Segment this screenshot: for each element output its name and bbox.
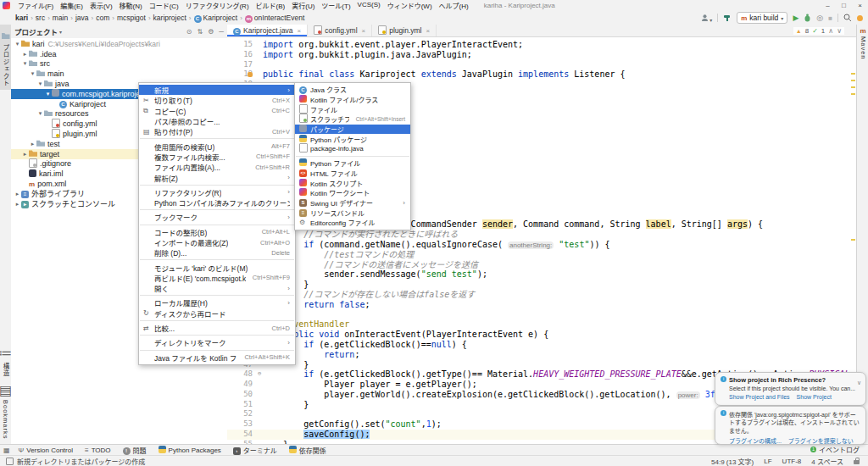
context-menu-item-比較...[interactable]: ⇄比較...Ctrl+D: [139, 323, 295, 333]
code-line[interactable]: 16import org.bukkit.plugin.java.JavaPlug…: [227, 50, 849, 60]
context-menu-item-解析(Z)[interactable]: 解析(Z)›: [139, 172, 295, 182]
tree-chevron-icon[interactable]: ▾: [29, 70, 36, 77]
build-hammer-icon[interactable]: [723, 10, 732, 25]
hide-icon[interactable]: ─: [219, 28, 224, 36]
code-line[interactable]: 47 }: [227, 360, 849, 370]
menubar-item[interactable]: 移動(N): [116, 1, 146, 10]
tree-chevron-icon[interactable]: ▾: [36, 80, 44, 87]
menubar-item[interactable]: VCS(S): [354, 1, 384, 10]
tree-chevron-icon[interactable]: ▾: [14, 41, 21, 47]
close-icon[interactable]: ×: [362, 27, 366, 35]
breadcrumb-item-main[interactable]: main: [53, 14, 68, 22]
code-line[interactable]: 36 //testコマンドの処理: [227, 250, 849, 260]
breadcrumb-item-java[interactable]: java: [75, 14, 89, 22]
tree-chevron-icon[interactable]: ▸: [14, 191, 21, 197]
coverage-icon[interactable]: ◎: [816, 14, 823, 22]
context-menu-item-複数ファイル内検索...[interactable]: 複数ファイル内検索...Ctrl+Shift+F: [139, 152, 295, 162]
new-submenu-item-Python ファイル[interactable]: Python ファイル: [295, 158, 410, 169]
new-submenu-item-パッケージ[interactable]: パッケージ: [295, 125, 410, 135]
locate-icon[interactable]: ⊙: [186, 28, 192, 36]
tree-item-main[interactable]: ▾main: [11, 69, 227, 79]
chevron-down-icon[interactable]: ∨: [857, 380, 861, 386]
new-submenu-item-Java クラス[interactable]: CJava クラス: [295, 85, 410, 95]
tab-plugin.yml[interactable]: plugin.yml×: [372, 25, 437, 36]
context-menu-item-ファイル内置換(A)...[interactable]: ファイル内置換(A)...Ctrl+Shift+R: [139, 162, 295, 172]
fold-marker-icon[interactable]: ⊖: [256, 369, 263, 380]
code-line[interactable]: 41 return false;: [227, 300, 849, 310]
new-submenu-item-package-info.java[interactable]: package-info.java: [295, 144, 410, 154]
context-menu-item-パス/参照のコピー...[interactable]: パス/参照のコピー...: [139, 116, 295, 126]
minimize-button[interactable]: –: [820, 0, 836, 11]
menubar-item[interactable]: ウィンドウ(W): [384, 1, 436, 10]
context-menu-item-リファクタリング(R)[interactable]: リファクタリング(R)›: [139, 187, 295, 197]
toolwindow-button-ターミナル[interactable]: ›ターミナル: [233, 446, 277, 455]
new-submenu-item-HTML ファイル[interactable]: <>HTML ファイル: [295, 169, 410, 179]
new-submenu-item-Kotlin ワークシート[interactable]: Kotlin ワークシート: [295, 188, 410, 198]
code-line[interactable]: 46 return;: [227, 350, 849, 360]
context-menu-item-削除 (D)...[interactable]: 削除 (D)...Delete: [139, 247, 295, 258]
code-line[interactable]: 17: [227, 60, 849, 70]
code-line[interactable]: 35 if (command.getName().equalsIgnoreCas…: [227, 240, 849, 250]
code-line[interactable]: 37 //コマンドの送信者にメッセージを送信: [227, 260, 849, 270]
tree-item-src[interactable]: ▾src: [11, 59, 227, 69]
context-menu-item-インポートの最適化(Z)[interactable]: インポートの最適化(Z)Ctrl+Alt+O: [139, 237, 295, 247]
close-icon[interactable]: ×: [298, 27, 302, 35]
code-line[interactable]: 44⊖ public void onInteractEvent(PlayerIn…: [227, 330, 849, 340]
indent-indicator[interactable]: 4 スペース: [811, 457, 843, 466]
notification-link[interactable]: プラグインを提案しない: [788, 436, 854, 445]
menubar-item[interactable]: ヘルプ(H): [436, 1, 472, 10]
toolwindow-button-依存関係[interactable]: 依存関係: [289, 446, 326, 455]
breadcrumb-item-kari[interactable]: kari: [15, 14, 28, 22]
close-icon[interactable]: ×: [426, 27, 430, 35]
update-notification-icon[interactable]: [857, 15, 863, 21]
new-submenu-item-スクラッチファイル[interactable]: スクラッチファイルCtrl+Alt+Shift+Insert: [295, 114, 410, 125]
context-menu-item-モジュール 'kari' のビルド(M)[interactable]: モジュール 'kari' のビルド(M): [139, 262, 295, 272]
encoding-indicator[interactable]: UTF-8: [782, 458, 802, 465]
code-line[interactable]: 39 }: [227, 280, 849, 290]
menubar-item[interactable]: ツール(T): [318, 1, 353, 10]
context-menu-item-再ビルド(E) 'com.mcspigot.kariproject'[interactable]: 再ビルド(E) 'com.mcspigot.kariproject'Ctrl+S…: [139, 273, 295, 283]
notification-link[interactable]: Show Project: [797, 394, 832, 400]
context-menu-item-貼り付け(P)[interactable]: ▤貼り付け(P)Ctrl+V: [139, 126, 295, 136]
collapse-icon[interactable]: ⇅: [197, 28, 203, 36]
context-menu-item-Java ファイルを Kotlin ファイルに変換[interactable]: Java ファイルを Kotlin ファイルに変換Ctrl+Alt+Shift+…: [139, 352, 295, 363]
code-line[interactable]: 45⊖ if (e.getClickedBlock()==null) {: [227, 340, 849, 350]
new-submenu-item-Swing UI デザイナー[interactable]: SSwing UI デザイナー›: [295, 198, 410, 208]
breadcrumb-item-src[interactable]: src: [36, 14, 45, 22]
toolwindow-button-Python Packages[interactable]: Python Packages: [159, 446, 221, 455]
context-menu-item-ディレクトリをマーク[interactable]: ディレクトリをマーク›: [139, 337, 295, 347]
context-menu-item-ディスクから再ロード[interactable]: ↻ディスクから再ロード: [139, 308, 295, 319]
new-submenu-item-Editorconfig ファイル[interactable]: ⚙Editorconfig ファイル: [295, 218, 410, 228]
toolwindow-button-Version Control[interactable]: ΨVersion Control: [19, 446, 73, 455]
context-menu-item-開く[interactable]: 開く›: [139, 283, 295, 293]
tree-chevron-icon[interactable]: ▸: [29, 141, 36, 147]
menubar-item[interactable]: リファクタリング(R): [182, 1, 253, 10]
new-submenu-item-Kotlin ファイル/クラス[interactable]: Kotlin ファイル/クラス: [295, 95, 410, 105]
tab-Kariproject.java[interactable]: CKariproject.java×: [227, 25, 308, 36]
context-menu-item-コードの整形(B)[interactable]: コードの整形(B)Ctrl+Alt+L: [139, 227, 295, 237]
menubar-item[interactable]: 実行(U): [288, 1, 318, 10]
breadcrumb-item-mcspigot[interactable]: mcspigot: [117, 14, 146, 22]
tree-chevron-icon[interactable]: ▾: [44, 91, 52, 97]
line-ending-indicator[interactable]: LF: [764, 458, 771, 465]
toolwindow-button-構造[interactable]: ≔構造: [0, 342, 11, 380]
code-line[interactable]: 42: [227, 310, 849, 320]
event-log-button[interactable]: 1 イベントログ: [810, 444, 860, 455]
context-menu-item-Python コンパイル済みファイルのクリーン[interactable]: Python コンパイル済みファイルのクリーン: [139, 197, 295, 208]
menubar-item[interactable]: 編集(E): [57, 1, 86, 10]
menubar-item[interactable]: コード(C): [146, 1, 182, 10]
next-problem-icon[interactable]: ∨: [837, 27, 842, 35]
tree-chevron-icon[interactable]: ▸: [14, 201, 21, 208]
prev-problem-icon[interactable]: ∧: [828, 27, 833, 35]
new-submenu-item-Python パッケージ[interactable]: Python パッケージ: [295, 134, 410, 144]
code-line[interactable]: 18public final class Kariproject extends…: [227, 69, 849, 80]
new-submenu-item-リソースバンドル[interactable]: ≡リソースバンドル: [295, 208, 410, 218]
ok-count[interactable]: 1: [821, 27, 825, 35]
context-menu-item-新規[interactable]: 新規›: [139, 85, 295, 95]
tab-config.yml[interactable]: config.yml×: [308, 25, 372, 36]
warning-count[interactable]: 8: [805, 27, 809, 35]
close-button[interactable]: ×: [852, 0, 868, 11]
debug-icon[interactable]: [804, 10, 811, 25]
tree-chevron-icon[interactable]: ▾: [36, 110, 44, 117]
notification-link[interactable]: Show Project and Files: [729, 394, 790, 400]
